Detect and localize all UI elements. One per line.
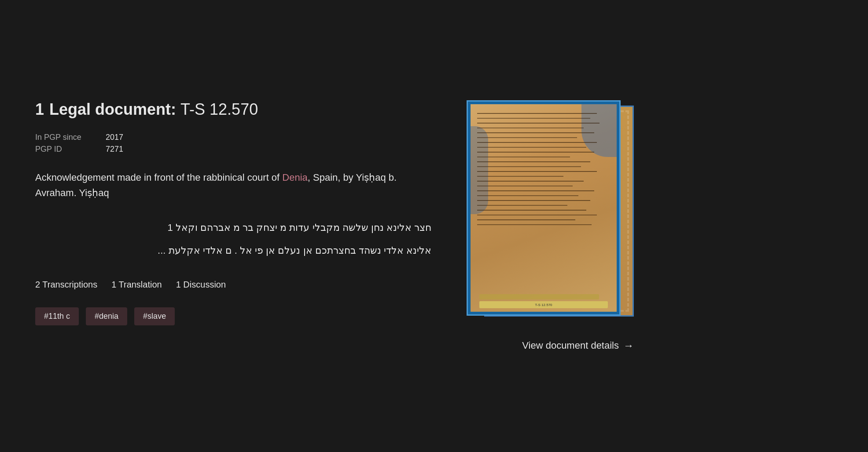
tag-denia[interactable]: #denia <box>86 307 127 325</box>
label-strip: T-S 12.570 <box>479 301 608 308</box>
document-number: 1 <box>35 100 44 119</box>
page-container: 1 Legal document:T-S 12.570 In PGP since… <box>0 74 868 378</box>
pgp-since-row: In PGP since 2017 <box>35 133 431 142</box>
view-details-link[interactable]: View document details → <box>522 339 634 352</box>
image-section: T-S 12.570 View document details → <box>458 100 634 352</box>
denia-link[interactable]: Denia <box>282 172 307 183</box>
hebrew-line-2: אלינא אלדי נשהד בחצרתכם אן נעלם אן פי אל… <box>35 241 431 260</box>
transcriptions-count[interactable]: 2 Transcriptions <box>35 280 97 290</box>
view-details-label: View document details <box>522 340 619 351</box>
document-type: Legal document:T-S 12.570 <box>49 100 258 119</box>
pgp-since-value: 2017 <box>106 133 123 142</box>
stats-row: 2 Transcriptions 1 Translation 1 Discuss… <box>35 280 431 290</box>
hebrew-line-1: חצר אלינא נחן שלשה מקבלי עדות מ יצחק בר … <box>35 218 431 237</box>
pgp-id-value: 7271 <box>106 145 123 154</box>
document-id-code: T-S 12.570 <box>180 100 258 118</box>
tag-11th-c[interactable]: #11th c <box>35 307 79 325</box>
hebrew-text-block: חצר אלינא נחן שלשה מקבלי עדות מ יצחק בר … <box>35 218 431 260</box>
arrow-icon: → <box>623 339 634 352</box>
label-strip-2 <box>479 294 599 299</box>
meta-table: In PGP since 2017 PGP ID 7271 <box>35 133 431 154</box>
pgp-id-label: PGP ID <box>35 145 106 154</box>
discussions-count[interactable]: 1 Discussion <box>176 280 226 290</box>
label-strip-text: T-S 12.570 <box>535 303 552 307</box>
document-image: T-S 12.570 <box>467 100 634 329</box>
content-section: 1 Legal document:T-S 12.570 In PGP since… <box>35 100 431 325</box>
pgp-since-label: In PGP since <box>35 133 106 142</box>
tag-slave[interactable]: #slave <box>134 307 175 325</box>
document-type-bold: Legal document: <box>49 100 176 118</box>
description-before: Acknowledgement made in front of the rab… <box>35 172 282 183</box>
text-lines <box>477 113 610 290</box>
document-header: 1 Legal document:T-S 12.570 <box>35 100 431 119</box>
pgp-id-row: PGP ID 7271 <box>35 145 431 154</box>
document-description: Acknowledgement made in front of the rab… <box>35 170 431 200</box>
tags-row: #11th c #denia #slave <box>35 307 431 325</box>
translations-count[interactable]: 1 Translation <box>111 280 162 290</box>
manuscript-front-container: T-S 12.570 <box>467 100 621 316</box>
manuscript-page: T-S 12.570 <box>471 104 617 312</box>
